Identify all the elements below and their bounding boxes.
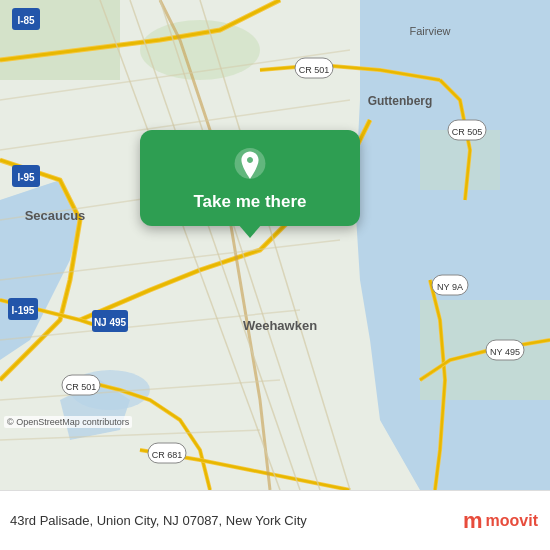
bottom-bar: 43rd Palisade, Union City, NJ 07087, New… [0,490,550,550]
svg-text:Weehawken: Weehawken [243,318,317,333]
svg-text:Guttenberg: Guttenberg [368,94,433,108]
moovit-brand-text: moovit [486,512,538,530]
svg-text:CR 505: CR 505 [452,127,483,137]
svg-text:Secaucus: Secaucus [25,208,86,223]
svg-text:NJ 495: NJ 495 [94,317,127,328]
svg-text:CR 501: CR 501 [66,382,97,392]
tooltip-label: Take me there [193,192,306,212]
moovit-m-icon: m [463,508,482,534]
take-me-there-button[interactable]: Take me there [140,130,360,226]
svg-text:CR 501: CR 501 [299,65,330,75]
svg-text:NY 9A: NY 9A [437,282,463,292]
moovit-logo: m moovit [463,508,538,534]
svg-marker-1 [355,0,550,490]
svg-text:I-195: I-195 [12,305,35,316]
svg-text:I-85: I-85 [17,15,35,26]
osm-credit: © OpenStreetMap contributors [4,416,132,428]
map-container: I-85 I-95 I-195 NJ 495 CR 501 CR 505 NY … [0,0,550,490]
svg-text:NY 495: NY 495 [490,347,520,357]
svg-text:CR 681: CR 681 [152,450,183,460]
svg-text:Fairview: Fairview [410,25,451,37]
address-text: 43rd Palisade, Union City, NJ 07087, New… [10,513,463,528]
location-pin-icon [232,148,268,184]
svg-text:I-95: I-95 [17,172,35,183]
